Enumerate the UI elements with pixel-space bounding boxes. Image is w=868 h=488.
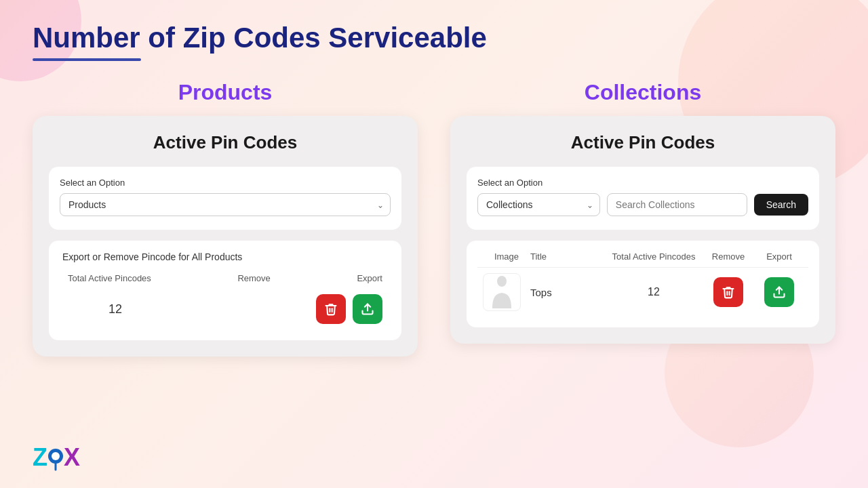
col-header-pincodes: Total Active Pincodes — [606, 251, 701, 262]
row-total-pincodes: 12 — [606, 286, 701, 298]
row-remove-cell — [701, 277, 755, 307]
products-export-title: Export or Remove Pincode for All Product… — [62, 251, 388, 262]
products-heading: Products — [33, 80, 418, 105]
collections-table-section: Image Title Total Active Pincodes Remove… — [467, 241, 819, 327]
products-select-label: Select an Option — [60, 178, 391, 188]
products-export-button[interactable] — [353, 294, 382, 324]
products-table-header: Total Active Pincodes Remove Export — [62, 273, 388, 283]
collections-card: Active Pin Codes Select an Option Produc… — [450, 116, 835, 344]
products-total-pincodes: 12 — [68, 302, 163, 317]
products-column: Products Active Pin Codes Select an Opti… — [33, 80, 418, 357]
columns-container: Products Active Pin Codes Select an Opti… — [33, 80, 835, 357]
svg-point-4 — [52, 452, 60, 460]
title-underline — [33, 58, 141, 61]
item-image — [483, 273, 521, 311]
products-actions — [316, 294, 382, 324]
products-card-title: Active Pin Codes — [49, 132, 401, 153]
upload-icon — [361, 302, 374, 316]
products-data-row: 12 — [62, 289, 388, 329]
collections-select-row: Products Collections Search — [477, 193, 808, 216]
collections-column: Collections Active Pin Codes Select an O… — [450, 80, 835, 344]
logo-z: Z — [33, 443, 47, 472]
col-header-export: Export — [755, 251, 803, 262]
products-col-remove: Remove — [237, 273, 270, 283]
collections-export-button[interactable] — [764, 277, 794, 307]
collections-select-label: Select an Option — [477, 178, 808, 188]
products-select-wrapper: Products Collections — [60, 193, 391, 216]
collections-card-title: Active Pin Codes — [467, 132, 819, 153]
logo-pin-icon — [46, 447, 65, 471]
collections-select[interactable]: Products Collections — [477, 193, 600, 216]
products-select[interactable]: Products Collections — [60, 193, 391, 216]
table-row: Tops 12 — [477, 268, 808, 317]
logo-x: X — [64, 443, 80, 472]
collections-select-wrapper: Products Collections — [477, 193, 600, 216]
products-remove-button[interactable] — [316, 294, 346, 324]
person-silhouette-icon — [490, 274, 514, 310]
collections-heading: Collections — [450, 80, 835, 105]
trash-icon — [722, 285, 735, 299]
products-col-pincodes: Total Active Pincodes — [68, 273, 151, 283]
col-header-title: Title — [530, 251, 606, 262]
upload-icon — [772, 285, 786, 299]
collections-select-section: Select an Option Products Collections Se… — [467, 167, 819, 230]
svg-point-1 — [497, 276, 507, 287]
products-col-export: Export — [357, 273, 382, 283]
col-header-image: Image — [483, 251, 530, 262]
collections-search-button[interactable]: Search — [754, 194, 808, 216]
col-header-remove: Remove — [701, 251, 755, 262]
products-card: Active Pin Codes Select an Option Produc… — [33, 116, 418, 357]
main-content: Number of Zip Codes Serviceable Products… — [0, 0, 868, 373]
products-export-section: Export or Remove Pincode for All Product… — [49, 241, 401, 340]
page-title: Number of Zip Codes Serviceable — [33, 22, 835, 54]
collections-remove-button[interactable] — [713, 277, 743, 307]
row-title: Tops — [530, 287, 606, 298]
collections-table-header: Image Title Total Active Pincodes Remove… — [477, 251, 808, 268]
trash-icon — [324, 302, 338, 316]
products-select-section: Select an Option Products Collections — [49, 167, 401, 230]
logo: Z X — [33, 443, 80, 472]
row-export-cell — [755, 277, 803, 307]
row-image-cell — [483, 273, 530, 311]
collections-search-input[interactable] — [607, 193, 747, 216]
